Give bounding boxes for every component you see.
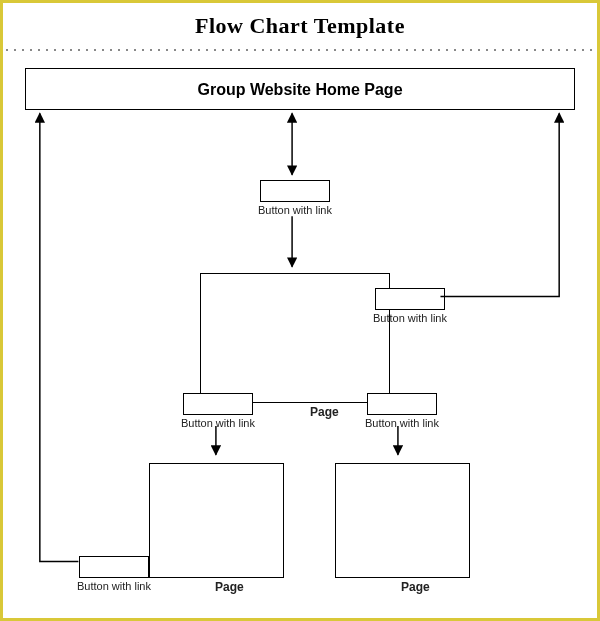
node-button-1 bbox=[260, 180, 330, 202]
label-button-bottom-left: Button with link bbox=[77, 580, 151, 592]
node-button-bottom-left bbox=[79, 556, 149, 578]
node-home: Group Website Home Page bbox=[25, 68, 575, 110]
divider-dots bbox=[3, 47, 597, 53]
label-button-right-mid: Button with link bbox=[365, 417, 439, 429]
diagram-frame: Flow Chart Template Group Website Home P… bbox=[0, 0, 600, 621]
node-page-left bbox=[149, 463, 284, 578]
node-page-center bbox=[200, 273, 390, 403]
label-button-right-top: Button with link bbox=[373, 312, 447, 324]
flowchart-canvas: Group Website Home Page Button with link… bbox=[15, 58, 585, 608]
page-title: Flow Chart Template bbox=[3, 3, 597, 47]
label-page-right: Page bbox=[401, 580, 430, 594]
node-button-left-mid bbox=[183, 393, 253, 415]
label-button-left-mid: Button with link bbox=[181, 417, 255, 429]
label-button-1: Button with link bbox=[258, 204, 332, 216]
label-page-left: Page bbox=[215, 580, 244, 594]
node-page-right bbox=[335, 463, 470, 578]
node-button-right-mid bbox=[367, 393, 437, 415]
node-button-right-top bbox=[375, 288, 445, 310]
label-page-center: Page bbox=[310, 405, 339, 419]
